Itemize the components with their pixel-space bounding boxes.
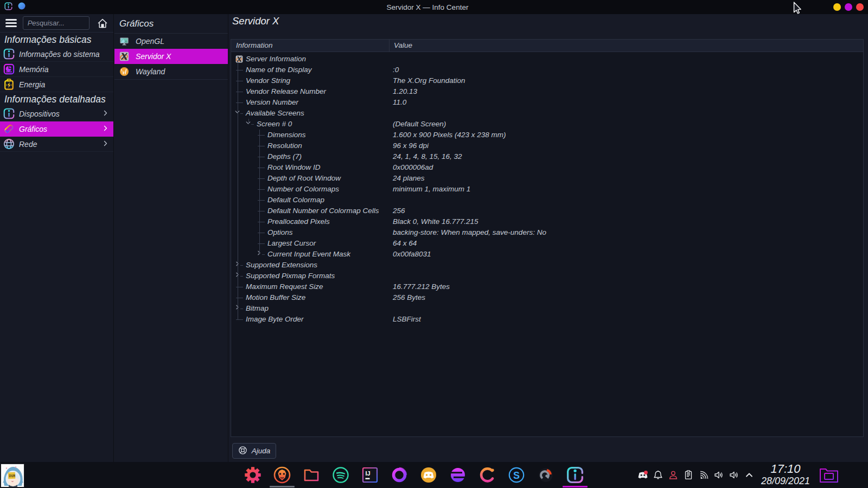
- table-row[interactable]: Supported Extensions: [231, 260, 863, 271]
- tree-branch-line: [236, 298, 243, 298]
- home-button[interactable]: [97, 18, 108, 29]
- row-label: Version Number: [246, 98, 298, 106]
- show-desktop-icon[interactable]: [819, 466, 839, 484]
- discord-tray-icon[interactable]: [637, 470, 648, 480]
- row-value: Black 0, White 16.777.215: [393, 217, 478, 226]
- table-row[interactable]: Screen # 0(Default Screen): [231, 119, 863, 130]
- info-table: Information Value Server InformationName…: [231, 39, 864, 437]
- sidebar-item-rede[interactable]: Rede: [0, 137, 113, 152]
- volume-icon[interactable]: [713, 470, 724, 480]
- category-item-opengl[interactable]: OpenGL: [114, 34, 228, 49]
- table-row[interactable]: Vendor StringThe X.Org Foundation: [231, 75, 863, 86]
- wifi-icon[interactable]: [698, 470, 709, 480]
- clock[interactable]: 17:10 28/09/2021: [756, 463, 815, 486]
- table-row[interactable]: Maximum Request Size16.777.212 Bytes: [231, 281, 863, 292]
- avatar[interactable]: DUM: [1, 464, 24, 487]
- table-row[interactable]: Available Screens: [231, 108, 863, 119]
- table-row[interactable]: Motion Buffer Size256 Bytes: [231, 292, 863, 303]
- help-button[interactable]: Ajuda: [232, 443, 276, 459]
- table-row[interactable]: Default Colormap: [231, 195, 863, 206]
- dock: IJS: [244, 466, 584, 484]
- row-value: (Default Screen): [393, 120, 446, 128]
- table-row[interactable]: Preallocated PixelsBlack 0, White 16.777…: [231, 216, 863, 227]
- category-item-wayland[interactable]: Wayland: [114, 64, 228, 79]
- row-label: Default Number of Colormap Cells: [267, 207, 379, 215]
- opengl-icon: [119, 36, 129, 46]
- table-row[interactable]: Bitmap: [231, 303, 863, 314]
- info-center-taskbar-icon[interactable]: [566, 466, 584, 484]
- row-label: Current Input Event Mask: [267, 250, 350, 258]
- table-row[interactable]: Depth of Root Window24 planes: [231, 173, 863, 184]
- tree-branch-line: [240, 309, 243, 309]
- table-row[interactable]: Depths (7)24, 1, 4, 8, 15, 16, 32: [231, 151, 863, 162]
- tree-branch-line: [258, 211, 265, 211]
- hamburger-menu-icon[interactable]: [5, 19, 17, 27]
- minimize-button[interactable]: [833, 3, 841, 11]
- table-row[interactable]: Dimensions1.600 x 900 Pixels (423 x 238 …: [231, 130, 863, 140]
- orange-swoosh-taskbar-icon[interactable]: [478, 466, 496, 484]
- sidebar-item-energia[interactable]: Energia: [0, 77, 113, 92]
- clipboard-icon[interactable]: [683, 470, 694, 480]
- row-label: Depths (7): [267, 152, 302, 160]
- discord-taskbar-icon[interactable]: [420, 466, 437, 484]
- notifications-bell-icon[interactable]: [653, 470, 663, 480]
- row-label: Vendor String: [246, 76, 290, 85]
- brave-browser-taskbar-icon[interactable]: [273, 466, 291, 484]
- table-row[interactable]: Default Number of Colormap Cells256: [231, 206, 863, 216]
- spotify-taskbar-icon[interactable]: [332, 466, 349, 484]
- purple-ring-taskbar-icon[interactable]: [391, 466, 408, 484]
- search-box[interactable]: [23, 16, 90, 30]
- tree-branch-line: [240, 265, 243, 266]
- maximize-button[interactable]: [845, 3, 852, 11]
- table-row[interactable]: Largest Cursor64 x 64: [231, 238, 863, 249]
- user-icon[interactable]: [668, 470, 679, 480]
- search-input[interactable]: [28, 19, 85, 27]
- expand-caret-icon[interactable]: [744, 470, 755, 480]
- table-row[interactable]: Resolution96 x 96 dpi: [231, 140, 863, 151]
- table-row[interactable]: Supported Pixmap Formats: [231, 271, 863, 281]
- column-header-value[interactable]: Value: [390, 40, 412, 52]
- sidebar-item-dispositivos[interactable]: Dispositivos: [0, 106, 113, 121]
- tree-branch-line: [240, 113, 243, 114]
- purple-disc-taskbar-icon[interactable]: [449, 466, 467, 484]
- tree-guide-line: [238, 61, 238, 319]
- table-row[interactable]: Version Number11.0: [231, 97, 863, 108]
- sidebar-item-gr-ficos[interactable]: Gráficos: [0, 121, 113, 137]
- row-label: Maximum Request Size: [246, 282, 323, 291]
- tree-branch-line: [258, 200, 265, 201]
- sidebar-nav: Informações básicasInformações do sistem…: [0, 33, 113, 152]
- table-row[interactable]: Optionsbacking-store: When mapped, save-…: [231, 227, 863, 238]
- row-value: backing-store: When mapped, save-unders:…: [393, 228, 546, 236]
- settings-gear-taskbar-icon[interactable]: [244, 466, 261, 484]
- sidebar-item-informa-es-do-sistema[interactable]: Informações do sistema: [0, 47, 113, 62]
- row-label: Dimensions: [267, 131, 306, 139]
- table-row[interactable]: Image Byte OrderLSBFirst: [231, 314, 863, 325]
- tree-branch-line: [251, 124, 254, 125]
- table-row[interactable]: Current Input Event Mask0x00fa8031: [231, 249, 863, 260]
- sidebar-item-mem-ria[interactable]: Memória: [0, 62, 113, 77]
- category-item-servidor-x[interactable]: Servidor X: [114, 49, 228, 64]
- table-row[interactable]: Root Window ID0x000006ad: [231, 162, 863, 173]
- row-value: LSBFirst: [393, 315, 421, 323]
- volume-alt-icon[interactable]: [729, 470, 739, 480]
- table-row[interactable]: Server Information: [231, 54, 863, 65]
- table-row[interactable]: Vendor Release Number1.20.13: [231, 86, 863, 97]
- tree-branch-line: [258, 233, 265, 233]
- sidebar-item-label: Energia: [19, 80, 45, 89]
- dark-tool-taskbar-icon[interactable]: [537, 466, 554, 484]
- chevron-right-icon: [102, 140, 109, 149]
- table-row[interactable]: Name of the Display:0: [231, 65, 863, 75]
- tree-branch-line: [236, 319, 243, 320]
- info-tree: Server InformationName of the Display:0V…: [231, 54, 863, 325]
- sidebar-item-label: Rede: [19, 140, 37, 149]
- column-header-information[interactable]: Information: [231, 40, 390, 52]
- table-row[interactable]: Number of Colormapsminimum 1, maximum 1: [231, 184, 863, 195]
- row-label: Supported Pixmap Formats: [246, 272, 335, 280]
- tree-guide-line: [259, 130, 260, 254]
- close-button[interactable]: [856, 3, 864, 11]
- intellij-idea-taskbar-icon[interactable]: IJ: [361, 466, 379, 484]
- tree-branch-line: [262, 254, 265, 255]
- tree-guide-line: [248, 119, 249, 124]
- file-manager-taskbar-icon[interactable]: [303, 466, 320, 484]
- skype-taskbar-icon[interactable]: S: [508, 466, 525, 484]
